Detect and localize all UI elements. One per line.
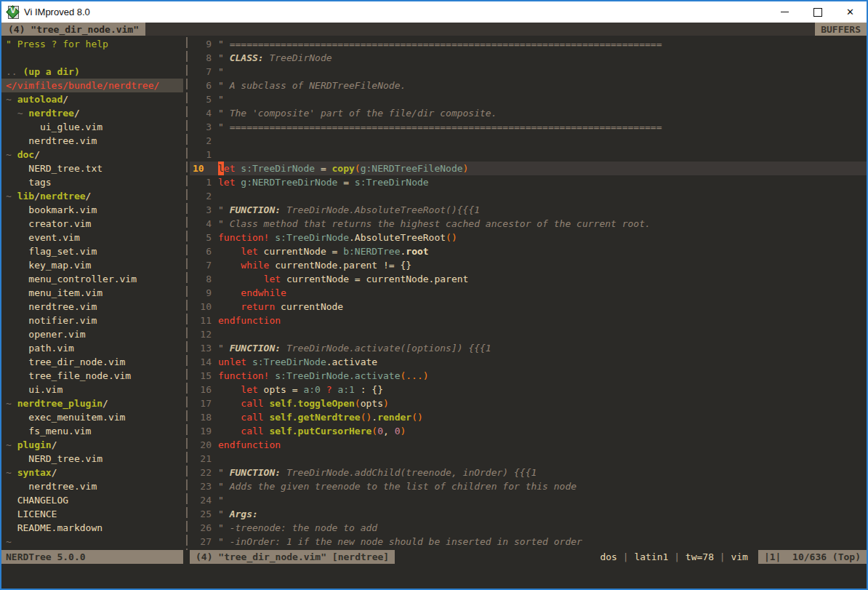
nerdtree-item[interactable]: menu_controller.vim: [1, 272, 183, 286]
nerdtree-item[interactable]: menu_item.vim: [1, 286, 183, 300]
syntax-segment: a:1: [337, 383, 354, 396]
command-line[interactable]: [1, 564, 867, 589]
nerdtree-item[interactable]: CHANGELOG: [1, 493, 183, 507]
code-line[interactable]: 8" CLASS: TreeDirNode: [190, 51, 867, 65]
code-line[interactable]: 5function! s:TreeDirNode.AbsoluteTreeRoo…: [190, 231, 867, 244]
code-line[interactable]: 17 call self.toggleOpen(opts): [190, 396, 867, 410]
nerdtree-item[interactable]: ~ lib/nerdtree/: [1, 189, 183, 203]
nerdtree-item[interactable]: ~ syntax/: [1, 466, 183, 479]
syntax-segment: endfunction: [218, 438, 281, 452]
syntax-segment: [218, 424, 241, 438]
nerdtree-item[interactable]: bookmark.vim: [1, 203, 183, 217]
nerdtree-item[interactable]: event.vim: [1, 231, 183, 244]
code-line[interactable]: 7": [190, 65, 867, 79]
nerdtree-item[interactable]: ui.vim: [1, 383, 183, 396]
minimize-button[interactable]: [768, 1, 801, 23]
code-line[interactable]: 26" -treenode: the node to add: [190, 521, 867, 535]
nerdtree-item[interactable]: ~ plugin/: [1, 438, 183, 452]
line-number: 7: [193, 258, 212, 272]
nerdtree-item[interactable]: " Press ? for help: [1, 37, 183, 51]
syntax-segment: tree_file_node.vim: [6, 370, 131, 381]
tab-tree-dir-node[interactable]: (4) "tree_dir_node.vim": [1, 23, 145, 36]
line-number: 10: [193, 162, 212, 175]
nerdtree-root-item[interactable]: </vimfiles/bundle/nerdtree/: [1, 79, 183, 92]
nerdtree-item[interactable]: README.markdown: [1, 521, 183, 535]
line-number: 4: [193, 106, 212, 120]
nerdtree-item[interactable]: NERD_tree.vim: [1, 452, 183, 466]
code-line[interactable]: 13" FUNCTION: TreeDirNode.activate([opti…: [190, 341, 867, 355]
code-line[interactable]: 3" =====================================…: [190, 120, 867, 134]
nerdtree-item[interactable]: ~ doc/: [1, 148, 183, 162]
line-number: 2: [193, 189, 212, 203]
code-line[interactable]: 10 return currentNode: [190, 300, 867, 314]
code-line[interactable]: 16 let opts = a:0 ? a:1 : {}: [190, 383, 867, 396]
syntax-segment: [269, 369, 275, 383]
nerdtree-item[interactable]: LICENCE: [1, 507, 183, 521]
code-line[interactable]: 11endfunction: [190, 314, 867, 327]
code-line[interactable]: 27" -inOrder: 1 if the new node should b…: [190, 535, 867, 549]
nerdtree-item[interactable]: opener.vim: [1, 327, 183, 341]
syntax-segment: ui.vim: [6, 384, 63, 395]
nerdtree-item[interactable]: flag_set.vim: [1, 244, 183, 258]
nerdtree-item[interactable]: tags: [1, 175, 183, 189]
code-line[interactable]: 8 let currentNode = currentNode.parent: [190, 272, 867, 286]
nerdtree-item[interactable]: ~: [1, 535, 183, 549]
nerdtree-item[interactable]: key_map.vim: [1, 258, 183, 272]
code-line[interactable]: 9 endwhile: [190, 286, 867, 300]
code-line[interactable]: 22" FUNCTION: TreeDirNode.addChild(treen…: [190, 466, 867, 479]
nerdtree-item[interactable]: path.vim: [1, 341, 183, 355]
nerdtree-item[interactable]: tree_file_node.vim: [1, 369, 183, 383]
code-line[interactable]: 15function! s:TreeDirNode.activate(...): [190, 369, 867, 383]
code-line[interactable]: 5": [190, 92, 867, 106]
code-line[interactable]: 1let g:NERDTreeDirNode = s:TreeDirNode: [190, 175, 867, 189]
code-line[interactable]: 1: [190, 148, 867, 162]
syntax-segment: root: [406, 244, 428, 258]
nerdtree-item[interactable]: ui_glue.vim: [1, 120, 183, 134]
syntax-segment: .: [400, 244, 406, 258]
code-line[interactable]: 19 call self.putCursorHere(0, 0): [190, 424, 867, 438]
code-line[interactable]: 9" =====================================…: [190, 37, 867, 51]
nerdtree-item[interactable]: fs_menu.vim: [1, 424, 183, 438]
syntax-segment: ": [218, 51, 230, 65]
window-separator[interactable]: [183, 36, 190, 550]
maximize-button[interactable]: [801, 1, 834, 23]
syntax-segment: ): [383, 396, 389, 410]
nerdtree-item[interactable]: nerdtree.vim: [1, 479, 183, 493]
statusbar-flag: vim: [731, 551, 747, 562]
syntax-segment: unlet: [218, 355, 246, 369]
code-line[interactable]: 4" Class method that returns the highest…: [190, 217, 867, 231]
code-line[interactable]: 21: [190, 452, 867, 466]
nerdtree-item[interactable]: exec_menuitem.vim: [1, 410, 183, 424]
nerdtree-item[interactable]: ~ nerdtree_plugin/: [1, 396, 183, 410]
code-line[interactable]: 3" FUNCTION: TreeDirNode.AbsoluteTreeRoo…: [190, 203, 867, 217]
syntax-segment: " ======================================…: [218, 120, 662, 134]
syntax-segment: " ======================================…: [218, 37, 662, 51]
code-line[interactable]: 2: [190, 134, 867, 148]
code-line-current[interactable]: 10let s:TreeDirNode = copy(g:NERDTreeFil…: [190, 162, 867, 175]
code-line[interactable]: 14unlet s:TreeDirNode.activate: [190, 355, 867, 369]
nerdtree-item[interactable]: nerdtree.vim: [1, 134, 183, 148]
nerdtree-item[interactable]: notifier.vim: [1, 314, 183, 327]
code-line[interactable]: 20endfunction: [190, 438, 867, 452]
nerdtree-item[interactable]: NERD_tree.txt: [1, 162, 183, 175]
nerdtree-item[interactable]: [1, 51, 183, 65]
nerdtree-item[interactable]: tree_dir_node.vim: [1, 355, 183, 369]
nerdtree-item[interactable]: ~ autoload/: [1, 92, 183, 106]
code-line[interactable]: 6" A subclass of NERDTreeFileNode.: [190, 79, 867, 92]
close-button[interactable]: ✕: [834, 1, 867, 23]
nerdtree-item[interactable]: nerdtree.vim: [1, 300, 183, 314]
syntax-segment: render: [377, 410, 411, 424]
nerdtree-item[interactable]: .. (up a dir): [1, 65, 183, 79]
code-line[interactable]: 2: [190, 189, 867, 203]
code-line[interactable]: 18 call self.getNerdtree().render(): [190, 410, 867, 424]
code-line[interactable]: 6 let currentNode = b:NERDTree.root: [190, 244, 867, 258]
code-line[interactable]: 7 while currentNode.parent != {}: [190, 258, 867, 272]
code-line[interactable]: 25" Args:: [190, 507, 867, 521]
code-line[interactable]: 12: [190, 327, 867, 341]
code-line[interactable]: 4" The 'composite' part of the file/dir …: [190, 106, 867, 120]
code-line[interactable]: 24": [190, 493, 867, 507]
nerdtree-item[interactable]: ~ nerdtree/: [1, 106, 183, 120]
nerdtree-item[interactable]: creator.vim: [1, 217, 183, 231]
code-line[interactable]: 23" Adds the given treenode to the list …: [190, 479, 867, 493]
syntax-segment: [264, 396, 270, 410]
